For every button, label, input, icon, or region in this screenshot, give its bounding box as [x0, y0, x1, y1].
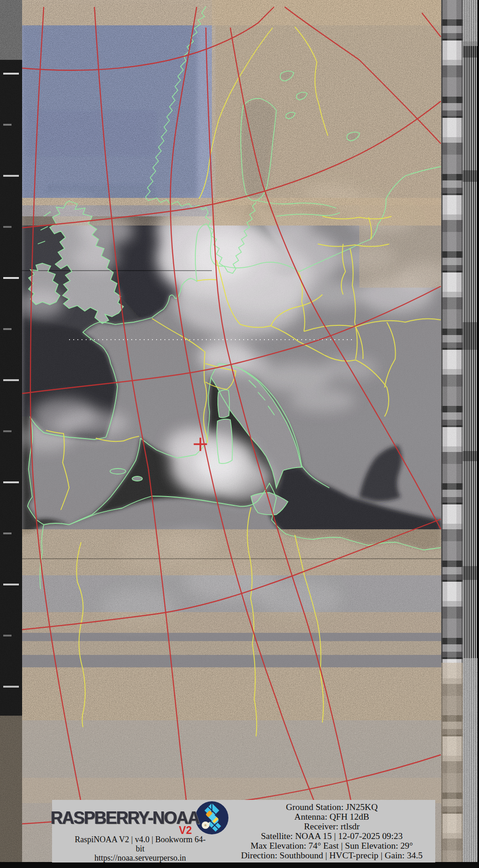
software-version-line-wrap: bit	[136, 844, 145, 853]
footer-panel: RASPBERRY-NOAA V2 RaspiNOAA V2 | v4.0 | …	[52, 800, 435, 862]
logo-wordmark: RASPBERRY-NOAA	[51, 808, 199, 828]
satellite-line: Satellite: NOAA 15 | 12-07-2025 09:23	[230, 831, 433, 841]
satellite-map: +	[0, 0, 479, 868]
minute-marker-bar	[0, 0, 22, 868]
elevation-line: Max Elevation: 74° East | Sun Elevation:…	[230, 841, 433, 851]
antenna-line: Antenna: QFH 12dB	[230, 812, 433, 822]
station-url: https://noaa.serveurperso.in	[94, 853, 186, 862]
logo-v2-badge: V2	[179, 824, 192, 837]
ground-station-line: Ground Station: JN25KQ	[230, 802, 433, 812]
sync-stripe-bar	[463, 0, 479, 868]
noaa-apt-decoded-image: +	[0, 0, 479, 868]
ground-station-marker: +	[192, 431, 210, 456]
raspberry-noaa-logo: RASPBERRY-NOAA V2	[51, 801, 229, 835]
bottom-black-bar	[0, 862, 479, 868]
direction-gain-line: Direction: Southbound | HVCT-precip | Ga…	[230, 851, 433, 860]
receiver-line: Receiver: rtlsdr	[230, 822, 433, 831]
footer-left-column: RASPBERRY-NOAA V2 RaspiNOAA V2 | v4.0 | …	[52, 800, 228, 862]
satellite-icon	[194, 800, 229, 835]
footer-right-column: Ground Station: JN25KQ Antenna: QFH 12dB…	[228, 800, 435, 862]
telemetry-bar	[441, 0, 463, 868]
